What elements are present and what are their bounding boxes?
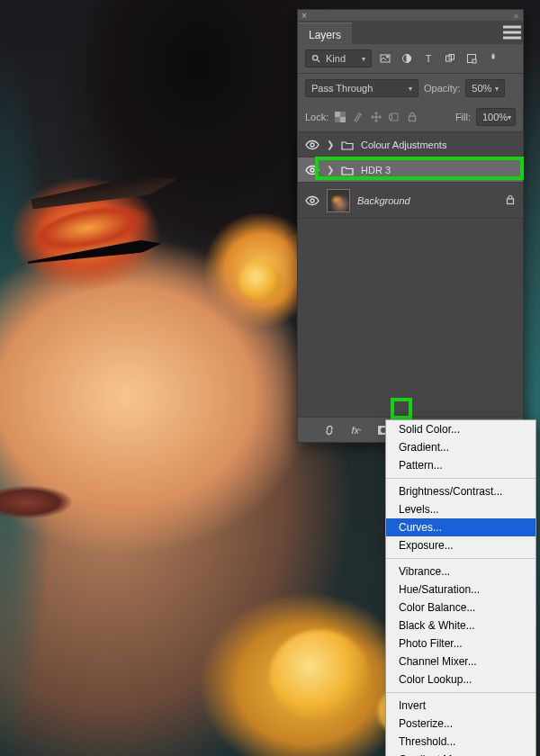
panel-tabs: Layers xyxy=(298,21,523,44)
filter-kind-label: Kind xyxy=(326,53,346,64)
menu-item[interactable]: Vibrance... xyxy=(386,562,536,580)
tab-layers[interactable]: Layers xyxy=(298,22,352,44)
menu-item[interactable]: Hue/Saturation... xyxy=(386,580,536,598)
menu-item[interactable]: Solid Color... xyxy=(386,420,536,438)
menu-item[interactable]: Pattern... xyxy=(386,456,536,474)
close-icon[interactable]: × xyxy=(302,11,307,21)
svg-line-4 xyxy=(318,60,320,63)
filter-kind-select[interactable]: Kind ▾ xyxy=(305,50,372,68)
menu-separator xyxy=(386,478,536,479)
opacity-label: Opacity: xyxy=(424,83,460,94)
svg-point-3 xyxy=(313,56,318,60)
menu-separator xyxy=(386,558,536,559)
menu-item[interactable]: Threshold... xyxy=(386,733,536,751)
folder-icon xyxy=(341,140,354,150)
layer-row[interactable]: Background xyxy=(298,183,523,219)
lock-position-icon[interactable] xyxy=(370,111,382,123)
lock-label: Lock: xyxy=(305,112,328,122)
menu-item[interactable]: Photo Filter... xyxy=(386,634,536,652)
svg-rect-20 xyxy=(410,116,416,122)
menu-item[interactable]: Channel Mixer... xyxy=(386,652,536,670)
svg-rect-16 xyxy=(335,112,340,117)
fill-select[interactable]: 100% ▾ xyxy=(476,108,516,126)
blend-row: Pass Through ▾ Opacity: 50% ▾ xyxy=(298,74,523,103)
fill-label: Fill: xyxy=(455,112,471,122)
panel-menu-icon[interactable] xyxy=(501,21,523,44)
layer-name: Background xyxy=(357,195,410,206)
menu-item[interactable]: Levels... xyxy=(386,500,536,518)
svg-rect-17 xyxy=(340,117,346,122)
panel-titlebar: × » xyxy=(298,10,523,21)
lock-all-icon[interactable] xyxy=(406,111,418,123)
collapse-icon[interactable]: » xyxy=(513,11,519,21)
chevron-down-icon: ▾ xyxy=(495,85,499,93)
photo-lips xyxy=(0,486,72,520)
filter-type-icon[interactable]: T xyxy=(420,50,436,67)
adjustment-layer-menu: Solid Color...Gradient...Pattern...Brigh… xyxy=(385,419,536,756)
lock-pixels-icon[interactable] xyxy=(352,111,364,123)
search-icon xyxy=(311,54,320,63)
link-layers-icon[interactable] xyxy=(321,422,338,438)
svg-rect-12 xyxy=(472,59,476,63)
chevron-down-icon: ▾ xyxy=(508,113,511,122)
filter-row: Kind ▾ T xyxy=(298,44,523,73)
menu-item[interactable]: Color Lookup... xyxy=(386,670,536,688)
svg-point-14 xyxy=(492,54,494,56)
layer-name: HDR 3 xyxy=(361,165,391,176)
svg-text:T: T xyxy=(426,53,432,64)
panel-empty-area xyxy=(298,220,523,417)
layer-fx-icon[interactable]: fx▫ xyxy=(348,422,364,438)
svg-rect-24 xyxy=(508,199,514,204)
opacity-value: 50% xyxy=(472,83,491,94)
filter-adjustment-icon[interactable] xyxy=(399,50,415,67)
filter-toggle-icon[interactable] xyxy=(485,50,501,67)
lock-icon xyxy=(505,194,516,207)
lock-row: Lock: Fill: 100% ▾ xyxy=(298,103,523,131)
menu-item[interactable]: Invert xyxy=(386,697,536,715)
filter-pixel-icon[interactable] xyxy=(377,50,393,67)
chevron-down-icon: ▾ xyxy=(362,55,365,63)
chevron-down-icon: ▾ xyxy=(409,85,412,93)
filter-shape-icon[interactable] xyxy=(442,50,458,67)
menu-item[interactable]: Posterize... xyxy=(386,715,536,733)
lock-transparency-icon[interactable] xyxy=(334,111,346,123)
menu-item[interactable]: Exposure... xyxy=(386,536,536,554)
disclosure-icon[interactable]: ❯ xyxy=(327,165,334,175)
blend-mode-value: Pass Through xyxy=(311,83,373,94)
disclosure-icon[interactable]: ❯ xyxy=(327,140,334,149)
filter-smartobject-icon[interactable] xyxy=(464,50,480,67)
layer-row[interactable]: ❯ Colour Adjustments xyxy=(298,132,523,158)
svg-point-6 xyxy=(387,56,389,58)
layers-panel: × » Layers Kind ▾ T Pass Through ▾ Opaci… xyxy=(297,9,524,443)
menu-item[interactable]: Black & White... xyxy=(386,616,536,634)
layer-thumbnail xyxy=(327,189,350,212)
menu-item[interactable]: Color Balance... xyxy=(386,598,536,616)
svg-point-22 xyxy=(310,168,314,172)
svg-point-23 xyxy=(310,199,314,202)
svg-rect-19 xyxy=(390,115,392,119)
visibility-toggle[interactable] xyxy=(305,194,320,208)
layer-name: Colour Adjustments xyxy=(361,140,446,150)
lock-artboard-icon[interactable] xyxy=(388,111,400,123)
layers-list: ❯ Colour Adjustments ❯ HDR 3 Background xyxy=(298,132,523,220)
menu-item[interactable]: Curves... xyxy=(386,518,536,536)
menu-item[interactable]: Gradient Map... xyxy=(386,751,536,756)
folder-icon xyxy=(341,165,354,176)
photo-flower xyxy=(270,630,369,720)
fill-value: 100% xyxy=(482,112,508,122)
menu-item[interactable]: Brightness/Contrast... xyxy=(386,482,536,500)
visibility-toggle[interactable] xyxy=(305,163,320,177)
blend-mode-select[interactable]: Pass Through ▾ xyxy=(305,79,418,97)
menu-item[interactable]: Gradient... xyxy=(386,438,536,456)
layer-row[interactable]: ❯ HDR 3 xyxy=(298,158,523,183)
svg-point-21 xyxy=(310,143,314,147)
opacity-select[interactable]: 50% ▾ xyxy=(465,79,505,97)
visibility-toggle[interactable] xyxy=(305,138,320,152)
menu-separator xyxy=(386,692,536,693)
photo-flower xyxy=(238,261,282,301)
